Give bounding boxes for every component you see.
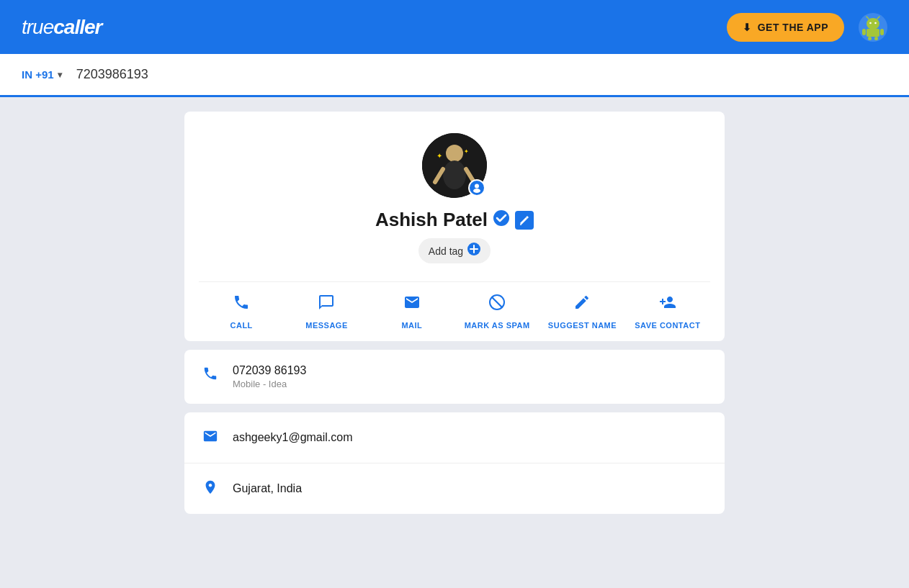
phone-info-content: 072039 86193 Mobile - Idea <box>233 364 306 389</box>
svg-point-13 <box>443 160 466 189</box>
email-address: ashgeeky1@gmail.com <box>233 431 353 444</box>
email-location-card: ashgeeky1@gmail.com Gujarat, India <box>184 412 725 514</box>
call-icon <box>233 294 250 315</box>
suggest-name-button[interactable]: SUGGEST NAME <box>539 282 624 341</box>
country-selector[interactable]: IN +91 ▾ <box>22 68 62 81</box>
svg-rect-8 <box>880 29 884 35</box>
phone-type: Mobile - Idea <box>233 379 306 389</box>
svg-point-2 <box>869 22 872 24</box>
svg-point-12 <box>446 145 463 162</box>
call-button[interactable]: CALL <box>199 282 284 341</box>
contact-name: Ashish Patel <box>375 209 488 231</box>
svg-rect-9 <box>868 37 872 40</box>
svg-point-20 <box>493 210 509 226</box>
save-contact-icon <box>659 294 676 315</box>
save-contact-label: SAVE CONTACT <box>635 321 700 330</box>
location-row: Gujarat, India <box>184 463 725 514</box>
svg-point-18 <box>475 184 479 189</box>
location-text: Gujarat, India <box>233 482 302 495</box>
avatar-badge <box>468 179 485 196</box>
spam-label: MARK AS SPAM <box>465 321 530 330</box>
svg-text:✦: ✦ <box>464 148 469 155</box>
suggest-label: SUGGEST NAME <box>548 321 617 330</box>
message-label: MESSAGE <box>305 321 348 330</box>
add-tag-button[interactable]: Add tag <box>418 238 491 263</box>
mail-icon <box>403 294 421 315</box>
svg-rect-7 <box>862 29 866 35</box>
mark-spam-button[interactable]: MARK AS SPAM <box>454 282 539 341</box>
spam-icon <box>488 294 506 315</box>
chevron-down-icon: ▾ <box>58 70 62 80</box>
svg-line-26 <box>492 297 502 307</box>
message-icon <box>318 294 335 315</box>
edit-icon[interactable] <box>515 211 534 230</box>
logo: truecaller <box>22 16 102 39</box>
message-button[interactable]: MESSAGE <box>284 282 369 341</box>
get-app-button[interactable]: ⬇ GET THE APP <box>727 13 844 42</box>
svg-text:✦: ✦ <box>436 152 442 160</box>
add-tag-label: Add tag <box>429 245 463 257</box>
name-row: Ashish Patel <box>199 209 710 231</box>
email-icon <box>202 428 218 448</box>
main-content: ✦ ✦ Ashish Patel <box>170 112 739 514</box>
add-tag-plus-icon <box>467 243 480 259</box>
phone-search-input[interactable] <box>69 67 887 82</box>
phone-icon <box>202 366 218 386</box>
call-label: CALL <box>230 321 253 330</box>
svg-rect-10 <box>874 37 878 40</box>
header: truecaller ⬇ GET THE APP <box>0 0 909 54</box>
avatar-container: ✦ ✦ <box>422 133 487 198</box>
header-right: ⬇ GET THE APP <box>727 13 887 42</box>
country-code: IN +91 <box>22 68 54 81</box>
svg-point-1 <box>867 18 879 30</box>
svg-point-3 <box>874 22 877 24</box>
action-bar: CALL MESSAGE MAIL <box>199 281 710 341</box>
search-bar: IN +91 ▾ <box>0 54 909 97</box>
get-app-label: GET THE APP <box>758 22 828 33</box>
phone-info-card: 072039 86193 Mobile - Idea <box>184 350 725 404</box>
phone-number: 072039 86193 <box>233 364 306 377</box>
mail-label: MAIL <box>401 321 422 330</box>
download-icon: ⬇ <box>743 22 752 33</box>
svg-point-19 <box>473 189 480 193</box>
location-icon <box>202 479 218 499</box>
email-row: ashgeeky1@gmail.com <box>184 412 725 463</box>
mail-button[interactable]: MAIL <box>370 282 454 341</box>
verified-icon <box>493 210 509 230</box>
android-icon <box>859 13 887 42</box>
save-contact-button[interactable]: SAVE CONTACT <box>625 282 710 341</box>
profile-card: ✦ ✦ Ashish Patel <box>184 112 725 341</box>
svg-rect-6 <box>867 29 879 37</box>
suggest-icon <box>573 294 591 315</box>
